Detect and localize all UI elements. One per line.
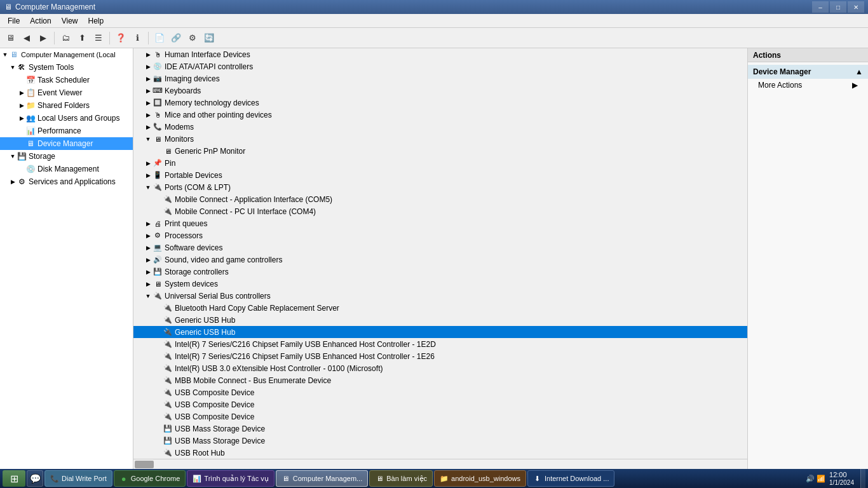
device-print-queues[interactable]: ▶ 🖨 Print queues <box>133 217 747 229</box>
arrow-system-devices: ▶ <box>144 281 153 287</box>
device-generic-usb-hub-1[interactable]: 🔌 Generic USB Hub <box>133 314 747 326</box>
device-mobile-com5[interactable]: 🔌 Mobile Connect - Application Interface… <box>133 193 747 205</box>
label-mbb-mobile: MBB Mobile Connect - Bus Enumerate Devic… <box>175 376 331 385</box>
minimize-button[interactable]: – <box>812 1 829 13</box>
label-modems: Modems <box>165 123 194 132</box>
device-sound[interactable]: ▶ 🔊 Sound, video and game controllers <box>133 254 747 266</box>
taskbar-pin-1[interactable]: 💬 <box>27 470 43 487</box>
tree-services[interactable]: ▶ ⚙ Services and Applications <box>0 175 133 188</box>
menu-action[interactable]: Action <box>25 15 56 27</box>
tree-storage[interactable]: ▼ 💾 Storage <box>0 150 133 163</box>
panels-row: ▼ 🖥 Computer Management (Local ▼ 🛠 Syste… <box>0 48 868 469</box>
device-imaging[interactable]: ▶ 📷 Imaging devices <box>133 72 747 85</box>
device-mobile-com4[interactable]: 🔌 Mobile Connect - PC UI Interface (COM4… <box>133 205 747 217</box>
device-intel-1e2d[interactable]: 🔌 Intel(R) 7 Series/C216 Chipset Family … <box>133 338 747 350</box>
device-ports[interactable]: ▼ 🔌 Ports (COM & LPT) <box>133 181 747 193</box>
device-usb-controllers[interactable]: ▼ 🔌 Universal Serial Bus controllers <box>133 290 747 302</box>
maximize-button[interactable]: □ <box>830 1 846 13</box>
device-mbb-mobile[interactable]: 🔌 MBB Mobile Connect - Bus Enumerate Dev… <box>133 374 747 386</box>
device-intel-1e26[interactable]: 🔌 Intel(R) 7 Series/C216 Chipset Family … <box>133 350 747 362</box>
toolbar-btn-help[interactable]: ❓ <box>113 30 128 46</box>
taskbar-computer-management[interactable]: 🖥 Computer Managem... <box>276 470 368 487</box>
menu-view[interactable]: View <box>57 15 83 27</box>
tree-system-tools[interactable]: ▼ 🛠 System Tools <box>0 61 133 74</box>
device-memory[interactable]: ▶ 🔲 Memory technology devices <box>133 97 747 109</box>
tree-local-users[interactable]: ▶ 👥 Local Users and Groups <box>0 112 133 125</box>
toolbar-back[interactable]: ◀ <box>19 30 34 46</box>
toolbar-btn-refresh[interactable]: 🔄 <box>201 30 217 46</box>
label-system-devices: System devices <box>165 280 218 288</box>
device-mice[interactable]: ▶ 🖱 Mice and other pointing devices <box>133 109 747 121</box>
taskbar-systray: 🔊 📶 12:001/1/2024 <box>801 470 859 487</box>
toolbar-btn-up[interactable]: ⬆ <box>74 30 90 46</box>
toolbar-btn-connect[interactable]: 🔗 <box>168 30 184 46</box>
scrollbar-thumb-horizontal[interactable] <box>135 461 154 468</box>
icon-usb-composite-2: 🔌 <box>163 400 173 410</box>
menu-file[interactable]: File <box>3 15 25 27</box>
device-human-interface[interactable]: ▶ 🖱 Human Interface Devices <box>133 48 747 60</box>
device-software[interactable]: ▶ 💻 Software devices <box>133 241 747 254</box>
device-storage-controllers[interactable]: ▶ 💾 Storage controllers <box>133 266 747 278</box>
label-human-interface: Human Interface Devices <box>165 50 250 59</box>
label-usb-root-1: USB Root Hub <box>175 449 225 458</box>
label-intel-1e26: Intel(R) 7 Series/C216 Chipset Family US… <box>175 352 435 361</box>
tree-device-manager[interactable]: ▶ 🖥 Device Manager <box>0 137 133 150</box>
taskbar-chrome[interactable]: ● Google Chrome <box>114 470 186 487</box>
content-scroll-area[interactable]: ▶ 🖱 Human Interface Devices ▶ 💿 IDE ATA/… <box>133 48 747 459</box>
device-usb-mass-2[interactable]: 💾 USB Mass Storage Device <box>133 435 747 447</box>
taskbar-internet-download[interactable]: ⬇ Internet Download ... <box>527 470 615 487</box>
device-system-devices[interactable]: ▶ 🖥 System devices <box>133 278 747 290</box>
taskbar-android-icon: 📁 <box>440 474 449 483</box>
tree-performance[interactable]: ▶ 📊 Performance <box>0 125 133 137</box>
toolbar-btn-properties[interactable]: ⚙ <box>185 30 200 46</box>
tree-task-scheduler[interactable]: ▶ 📅 Task Scheduler <box>0 74 133 86</box>
actions-more-actions[interactable]: More Actions ▶ <box>748 79 868 92</box>
close-button[interactable]: ✕ <box>848 1 864 13</box>
device-processors[interactable]: ▶ ⚙ Processors <box>133 229 747 241</box>
device-usb-composite-2[interactable]: 🔌 USB Composite Device <box>133 398 747 410</box>
icon-intel-1e26: 🔌 <box>163 351 173 362</box>
horizontal-scrollbar[interactable] <box>133 459 747 469</box>
show-desktop-button[interactable] <box>860 469 865 488</box>
arrow-modems: ▶ <box>144 124 153 130</box>
device-usb-composite-3[interactable]: 🔌 USB Composite Device <box>133 410 747 423</box>
toolbar-btn-info[interactable]: ℹ <box>130 30 145 46</box>
label-software: Software devices <box>165 243 222 252</box>
tree-event-viewer[interactable]: ▶ 📋 Event Viewer <box>0 86 133 99</box>
icon-bluetooth-cable: 🔌 <box>163 303 173 313</box>
taskbar-pin-1-icon: 💬 <box>30 473 41 484</box>
toolbar-forward[interactable]: ▶ <box>36 30 51 46</box>
taskbar-dial-write[interactable]: 📞 Dial Write Port <box>44 470 112 487</box>
icon-usb-mass-1: 💾 <box>163 424 173 434</box>
toolbar-btn-list[interactable]: ☰ <box>91 30 106 46</box>
icon-pin: 📌 <box>153 158 163 168</box>
tree-disk-management-icon: 💿 <box>25 164 36 174</box>
actions-section-device-manager-title[interactable]: Device Manager ▲ <box>748 65 868 79</box>
tree-disk-management[interactable]: ▶ 💿 Disk Management <box>0 163 133 175</box>
tree-root[interactable]: ▼ 🖥 Computer Management (Local <box>0 48 133 61</box>
label-intel-usb3: Intel(R) USB 3.0 eXtensible Host Control… <box>175 364 383 373</box>
device-ide[interactable]: ▶ 💿 IDE ATA/ATAPI controllers <box>133 60 747 72</box>
device-monitors[interactable]: ▼ 🖥 Monitors <box>133 133 747 145</box>
toolbar-btn-1[interactable]: 🖥 <box>3 30 18 46</box>
taskbar-task-manager[interactable]: 📊 Trình quản lý Tác vụ <box>187 470 274 487</box>
taskbar-android-usb[interactable]: 📁 android_usb_windows <box>434 470 526 487</box>
menu-help[interactable]: Help <box>83 15 109 27</box>
device-bluetooth-cable[interactable]: 🔌 Bluetooth Hard Copy Cable Replacement … <box>133 302 747 314</box>
device-usb-mass-1[interactable]: 💾 USB Mass Storage Device <box>133 423 747 435</box>
device-portable[interactable]: ▶ 📱 Portable Devices <box>133 169 747 181</box>
device-generic-usb-hub-2[interactable]: 🔌 Generic USB Hub <box>133 326 747 338</box>
taskbar-desktop[interactable]: 🖥 Bàn làm việc <box>369 470 433 487</box>
label-pin: Pin <box>165 159 175 168</box>
toolbar-btn-show-hide[interactable]: 🗂 <box>58 30 73 46</box>
toolbar-btn-new[interactable]: 📄 <box>152 30 167 46</box>
device-usb-root-1[interactable]: 🔌 USB Root Hub <box>133 447 747 459</box>
device-generic-pnp[interactable]: 🖥 Generic PnP Monitor <box>133 145 747 157</box>
device-intel-usb3[interactable]: 🔌 Intel(R) USB 3.0 eXtensible Host Contr… <box>133 362 747 374</box>
tree-shared-folders[interactable]: ▶ 📁 Shared Folders <box>0 99 133 112</box>
start-button[interactable]: ⊞ <box>3 470 25 487</box>
device-pin[interactable]: ▶ 📌 Pin <box>133 157 747 169</box>
device-keyboards[interactable]: ▶ ⌨ Keyboards <box>133 85 747 97</box>
device-usb-composite-1[interactable]: 🔌 USB Composite Device <box>133 386 747 398</box>
device-modems[interactable]: ▶ 📞 Modems <box>133 121 747 133</box>
